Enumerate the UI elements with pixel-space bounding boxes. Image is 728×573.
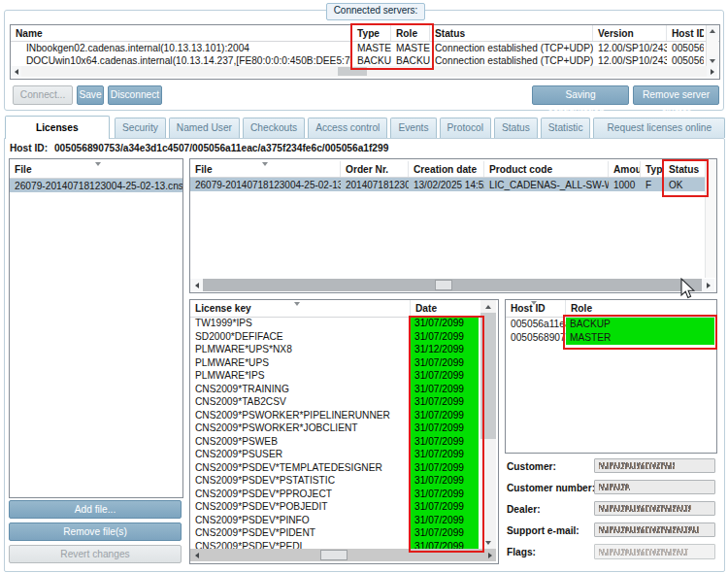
remove-server-cluster-button[interactable]: Remove server cluster [633, 85, 719, 105]
col-version[interactable]: Version [593, 25, 667, 41]
license-key-row[interactable]: CNS2009*PSDEV*PPROJECT 31/07/2099 [190, 488, 480, 501]
license-key-row[interactable]: CNS2009*PSDEV*PEDI 31/07/2099 [190, 540, 480, 550]
license-files-header[interactable]: File Order Nr. Creation date Product cod… [190, 159, 716, 178]
license-key-cell: CNS2009*PSDEV*PSTATISTIC [190, 474, 411, 488]
servers-hscrollbar[interactable] [11, 66, 717, 77]
license-keys-rows[interactable]: TW1999*IPS 31/07/2099 SD2000*DEFIFACE 31… [190, 317, 480, 549]
scrollbar-thumb[interactable] [320, 550, 347, 560]
license-key-row[interactable]: CNS2009*PSDEV*PINFO 31/07/2099 [190, 514, 480, 527]
sort-chevron-icon [294, 302, 300, 306]
save-button[interactable]: Save [77, 85, 104, 105]
col-status[interactable]: Status [430, 25, 593, 41]
col-amount[interactable]: Amount [609, 161, 641, 177]
scroll-left-icon[interactable] [11, 66, 21, 77]
license-key-row[interactable]: PLMWARE*UPS*NX8 31/12/2099 [190, 343, 480, 356]
col-role[interactable]: Role [391, 25, 430, 41]
support-email-label: Support e-mail: [507, 525, 579, 536]
license-date-cell: 31/07/2099 [411, 395, 479, 409]
disconnect-button[interactable]: Disconnect [108, 85, 162, 105]
license-date-cell: 31/07/2099 [411, 514, 479, 527]
license-key-row[interactable]: CNS2009*PSUSER 31/07/2099 [190, 448, 480, 461]
license-file-row[interactable]: 26079-20140718123004-25-02-13.cnsldb 201… [190, 178, 716, 191]
scroll-left-icon[interactable] [190, 549, 203, 561]
server-name-cell: DOCUwin10x64.cadenas.internal(10.13.14.2… [11, 55, 352, 66]
scroll-down-icon[interactable] [707, 55, 718, 66]
scroll-right-icon[interactable] [483, 549, 496, 561]
scroll-up-icon[interactable] [480, 300, 496, 313]
connect-button[interactable]: Connect... [13, 85, 73, 105]
license-key-row[interactable]: SD2000*DEFIFACE 31/07/2099 [190, 330, 480, 344]
flags-field[interactable] [594, 544, 715, 559]
file-list-row[interactable]: 26079-20140718123004-25-02-13.cnsldb [10, 179, 182, 192]
scroll-right-icon[interactable] [707, 66, 717, 77]
license-key-cell: CNS2009*PSUSER [190, 448, 411, 461]
license-key-cell: CNS2009*PSDEV*PEDI [190, 540, 411, 550]
license-key-row[interactable]: CNS2009*TRAINING 31/07/2099 [190, 383, 480, 396]
remove-files-button[interactable]: Remove file(s) [9, 522, 182, 541]
scroll-up-icon[interactable] [707, 25, 718, 36]
license-files-vscrollbar[interactable] [705, 159, 716, 278]
scroll-left-icon[interactable] [190, 279, 203, 291]
license-key-cell: CNS2009*PSDEV*TEMPLATEDESIGNER [190, 461, 411, 475]
license-key-row[interactable]: CNS2009*PSWEB 31/07/2099 [190, 435, 480, 449]
col-host-id[interactable]: Host ID [667, 25, 704, 41]
col-product-code[interactable]: Product code [484, 161, 609, 177]
col-type[interactable]: Type [641, 161, 664, 177]
scroll-down-icon[interactable] [480, 536, 496, 549]
license-key-row[interactable]: CNS2009*PSDEV*POBJEDIT 31/07/2099 [190, 500, 480, 514]
license-files-hscrollbar[interactable] [190, 279, 714, 291]
license-date-cell: 31/07/2099 [411, 435, 479, 449]
license-date-cell: 31/07/2099 [411, 540, 479, 550]
license-key-row[interactable]: PLMWARE*UPS 31/07/2099 [190, 356, 480, 370]
servers-table-header[interactable]: Name Type Role Status Version Host ID [11, 25, 719, 42]
scrollbar-thumb[interactable] [338, 67, 367, 76]
revert-changes-button[interactable]: Revert changes [9, 545, 182, 563]
col-creation-date[interactable]: Creation date [409, 161, 484, 177]
license-keys-hscrollbar[interactable] [190, 549, 496, 561]
col-date[interactable]: Date [411, 300, 479, 317]
servers-vscrollbar[interactable] [706, 25, 718, 66]
tab-request-licenses-online[interactable]: Request licenses online [593, 118, 725, 138]
col-type[interactable]: Type [352, 25, 391, 41]
license-date-cell: 31/07/2099 [411, 383, 479, 396]
col-order-nr[interactable]: Order Nr. [341, 161, 409, 177]
cluster-role-row[interactable]: 005056a11eac BACKUP [506, 318, 716, 331]
dealer-field[interactable] [594, 501, 715, 516]
tab-licenses[interactable]: Licenses [5, 116, 110, 139]
saving-configuration-button[interactable]: Saving configuration... [532, 85, 629, 105]
col-license-key[interactable]: License key [190, 300, 411, 317]
tab-protocol[interactable]: Protocol [440, 118, 491, 138]
license-key-cell: SD2000*DEFIFACE [190, 330, 411, 344]
tab-named-user[interactable]: Named User [169, 118, 240, 138]
license-manager-window: Connected servers: Name Type Role Status… [0, 0, 728, 573]
tab-events[interactable]: Events [390, 118, 436, 138]
license-key-row[interactable]: PLMWARE*IPS 31/07/2099 [190, 369, 480, 383]
license-key-row[interactable]: CNS2009*PSDEV*TEMPLATEDESIGNER 31/07/209… [190, 461, 480, 475]
col-status[interactable]: Status [664, 161, 703, 177]
scroll-right-icon[interactable] [702, 279, 714, 291]
support-email-field[interactable] [594, 522, 715, 537]
add-file-button[interactable]: Add file... [9, 500, 182, 519]
tab-checkouts[interactable]: Checkouts [243, 118, 305, 138]
tab-security[interactable]: Security [115, 118, 166, 138]
tab-statistic[interactable]: Statistic [541, 118, 591, 138]
scrollbar-thumb[interactable] [480, 313, 496, 439]
license-key-row[interactable]: CNS2009*PSDEV*PSTATISTIC 31/07/2099 [190, 474, 480, 488]
customer-field[interactable] [594, 458, 715, 473]
cluster-hostid-cell: 005056890753 [506, 331, 566, 345]
cluster-hostid-cell: 005056a11eac [506, 318, 566, 331]
license-keys-header[interactable]: License key Date [190, 300, 481, 318]
license-keys-vscrollbar[interactable] [480, 300, 496, 549]
col-name[interactable]: Name [11, 25, 352, 41]
license-key-row[interactable]: CNS2009*TAB2CSV 31/07/2099 [190, 395, 480, 409]
customer-number-field[interactable] [594, 480, 715, 494]
cluster-role-row[interactable]: 005056890753 MASTER [506, 331, 716, 345]
scrollbar-thumb[interactable] [435, 280, 452, 290]
license-key-row[interactable]: CNS2009*PSWORKER*PIPELINERUNNER 31/07/20… [190, 409, 480, 422]
license-key-row[interactable]: CNS2009*PSWORKER*JOBCLIENT 31/07/2099 [190, 421, 480, 435]
tab-access-control[interactable]: Access control [308, 118, 387, 138]
license-key-row[interactable]: CNS2009*PSDEV*PIDENT 31/07/2099 [190, 526, 480, 540]
license-key-row[interactable]: TW1999*IPS 31/07/2099 [190, 317, 480, 330]
tab-status[interactable]: Status [494, 118, 538, 138]
server-row[interactable]: INbookgen02.cadenas.internal(10.13.13.10… [11, 42, 719, 54]
